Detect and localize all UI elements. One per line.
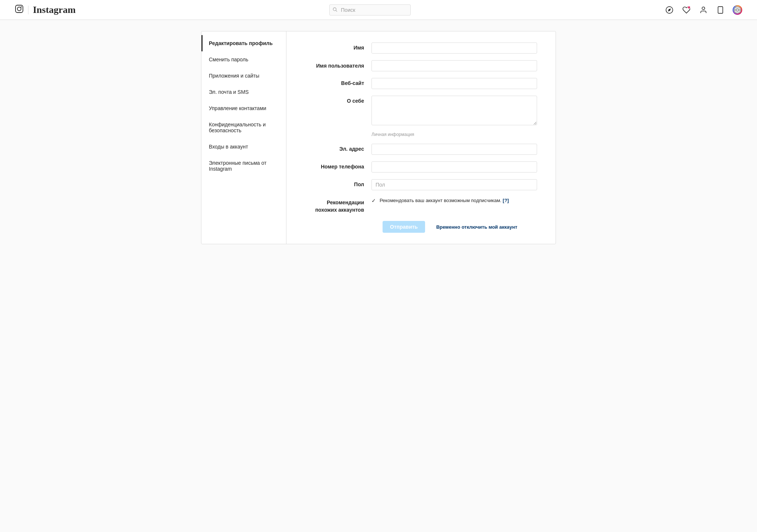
sidebar-item-privacy-security[interactable]: Конфиденциальность и безопасность — [201, 116, 286, 139]
sidebar-item-login-activity[interactable]: Входы в аккаунт — [201, 139, 286, 155]
submit-button[interactable]: Отправить — [383, 221, 425, 233]
username-label: Имя пользователя — [305, 60, 371, 70]
phone-input[interactable] — [371, 161, 537, 173]
phone-label: Номер телефона — [305, 161, 371, 170]
personal-info-title: Личная информация — [371, 132, 414, 137]
svg-line-4 — [336, 10, 337, 11]
disable-account-link[interactable]: Временно отключить мой аккаунт — [436, 224, 517, 230]
email-input[interactable] — [371, 144, 537, 155]
website-label: Веб-сайт — [305, 78, 371, 86]
checkmark-icon: ✓ — [371, 198, 376, 204]
recommendations-row: Рекомендации похожих аккаунтов ✓ Рекомен… — [305, 197, 537, 214]
header-icons — [665, 5, 742, 15]
reel-icon[interactable] — [733, 5, 742, 15]
heart-icon[interactable] — [682, 5, 691, 15]
name-input[interactable] — [371, 42, 537, 54]
sidebar: Редактировать профиль Сменить пароль При… — [201, 31, 286, 244]
svg-rect-0 — [16, 5, 23, 13]
svg-point-2 — [21, 6, 22, 7]
sidebar-item-manage-contacts[interactable]: Управление контактами — [201, 100, 286, 116]
username-input[interactable] — [371, 60, 537, 71]
form-actions: Отправить Временно отключить мой аккаунт — [305, 221, 537, 233]
mobile-icon[interactable] — [716, 5, 725, 15]
name-row: Имя — [305, 42, 537, 54]
gender-label: Пол — [305, 179, 371, 187]
website-input[interactable] — [371, 78, 537, 89]
recommendations-help-link[interactable]: [?] — [503, 198, 509, 203]
personal-info-section: Личная информация — [305, 132, 537, 137]
svg-point-7 — [702, 7, 705, 9]
header-divider — [28, 6, 28, 14]
sidebar-item-edit-profile[interactable]: Редактировать профиль — [201, 35, 286, 51]
recommendations-label: Рекомендации похожих аккаунтов — [305, 197, 371, 214]
sidebar-item-change-password[interactable]: Сменить пароль — [201, 51, 286, 68]
compass-icon[interactable] — [665, 5, 674, 15]
sidebar-item-apps-sites[interactable]: Приложения и сайты — [201, 68, 286, 84]
bio-label: О себе — [305, 96, 371, 104]
header-left: Instagram — [15, 4, 76, 16]
gender-row: Пол Пол Мужчина Женщина Другое — [305, 179, 537, 190]
sidebar-item-emails-instagram[interactable]: Электронные письма от Instagram — [201, 155, 286, 177]
search-input[interactable] — [329, 4, 411, 16]
search-icon — [332, 7, 337, 13]
bio-input[interactable] — [371, 96, 537, 125]
profile-icon[interactable] — [699, 5, 708, 15]
username-row: Имя пользователя — [305, 60, 537, 71]
bio-row: О себе — [305, 96, 537, 125]
sidebar-item-email-sms[interactable]: Эл. почта и SMS — [201, 84, 286, 100]
gender-select[interactable]: Пол Мужчина Женщина Другое — [371, 179, 537, 190]
website-row: Веб-сайт — [305, 78, 537, 89]
notification-dot — [688, 6, 690, 9]
search-bar[interactable] — [329, 4, 411, 16]
phone-row: Номер телефона — [305, 161, 537, 173]
main-container: Редактировать профиль Сменить пароль При… — [201, 31, 556, 244]
email-row: Эл. адрес — [305, 144, 537, 155]
recommendations-checkbox-row: ✓ Рекомендовать ваш аккаунт возможным по… — [371, 197, 537, 204]
logo-text: Instagram — [33, 4, 76, 16]
svg-point-3 — [333, 7, 336, 10]
svg-marker-6 — [668, 8, 671, 11]
instagram-camera-icon — [15, 4, 24, 16]
name-label: Имя — [305, 42, 371, 51]
svg-point-1 — [17, 7, 21, 11]
reel-icon-inner — [734, 6, 741, 14]
header: Instagram — [0, 0, 757, 20]
form-content: Имя Имя пользователя Веб-сайт О себе Лич… — [286, 31, 556, 244]
email-label: Эл. адрес — [305, 144, 371, 152]
recommendations-text: Рекомендовать ваш аккаунт возможным подп… — [380, 197, 509, 204]
